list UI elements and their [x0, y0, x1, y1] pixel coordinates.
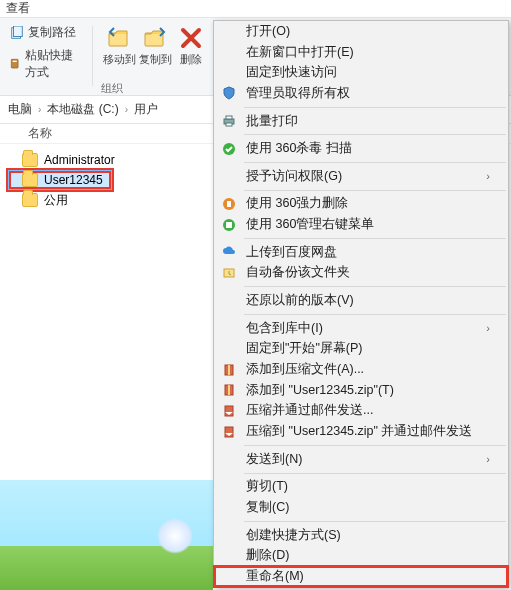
menu-separator	[244, 473, 506, 474]
breadcrumb-item[interactable]: 本地磁盘 (C:)	[47, 101, 118, 118]
menu-compress-email[interactable]: 压缩并通过邮件发送...	[214, 401, 508, 422]
menu-open[interactable]: 打开(O)	[214, 21, 508, 42]
move-to-label: 移动到	[103, 52, 136, 67]
menu-separator	[244, 314, 506, 315]
menu-rename[interactable]: 重命名(M)	[214, 566, 508, 587]
move-to-button[interactable]: 移动到	[101, 22, 137, 67]
menu-separator	[244, 190, 506, 191]
menu-compress-named-email[interactable]: 压缩到 "User12345.zip" 并通过邮件发送	[214, 421, 508, 442]
folder-icon	[22, 173, 38, 187]
menu-auto-backup[interactable]: 自动备份该文件夹	[214, 263, 508, 284]
submenu-arrow-icon: ›	[486, 322, 490, 334]
folder-icon	[22, 193, 38, 207]
folder-row-selected[interactable]: User12345	[8, 170, 112, 190]
folder-name: 公用	[44, 192, 68, 209]
menu-360-scan[interactable]: 使用 360杀毒 扫描	[214, 138, 508, 159]
menu-pin-start[interactable]: 固定到"开始"屏幕(P)	[214, 338, 508, 359]
submenu-arrow-icon: ›	[486, 170, 490, 182]
menu-cut[interactable]: 剪切(T)	[214, 477, 508, 498]
svg-rect-18	[228, 385, 230, 395]
svg-rect-2	[11, 59, 18, 68]
backup-icon	[221, 265, 237, 281]
folder-name: Administrator	[44, 153, 115, 167]
paste-shortcut-label: 粘贴快捷方式	[25, 47, 80, 81]
ribbon-separator	[92, 26, 93, 86]
folder-icon	[22, 153, 38, 167]
menu-delete-item[interactable]: 删除(D)	[214, 546, 508, 567]
menu-admin-ownership[interactable]: 管理员取得所有权	[214, 83, 508, 104]
paste-shortcut-button[interactable]: 粘贴快捷方式	[6, 45, 84, 83]
copy-path-button[interactable]: 复制路径	[6, 22, 84, 43]
archive-mail-icon	[221, 403, 237, 419]
menu-copy[interactable]: 复制(C)	[214, 497, 508, 518]
menu-upload-baidu[interactable]: 上传到百度网盘	[214, 242, 508, 263]
menu-separator	[244, 134, 506, 135]
ribbon-group-label: 组织	[101, 81, 123, 96]
360-delete-icon	[221, 196, 237, 212]
shield-icon	[221, 85, 237, 101]
copy-to-label: 复制到	[139, 52, 172, 67]
window-titlebar: 查看	[0, 0, 511, 18]
chevron-right-icon: ›	[38, 104, 41, 115]
svg-rect-8	[226, 123, 232, 126]
breadcrumb-item[interactable]: 电脑	[8, 101, 32, 118]
menu-open-new-window[interactable]: 在新窗口中打开(E)	[214, 42, 508, 63]
column-name[interactable]: 名称	[28, 125, 52, 142]
ribbon-group-organize: 移动到 复制到 删除 组织	[95, 22, 215, 96]
svg-rect-7	[226, 116, 232, 119]
ribbon-group-clipboard: 复制路径 粘贴快捷方式	[0, 22, 90, 96]
menu-pin-quick-access[interactable]: 固定到快速访问	[214, 62, 508, 83]
window-title: 查看	[6, 0, 30, 17]
menu-separator	[244, 445, 506, 446]
menu-batch-print[interactable]: 批量打印	[214, 111, 508, 132]
menu-create-shortcut[interactable]: 创建快捷方式(S)	[214, 525, 508, 546]
svg-rect-13	[226, 222, 232, 228]
svg-rect-16	[228, 365, 230, 375]
delete-label: 删除	[180, 52, 202, 67]
context-menu: 打开(O) 在新窗口中打开(E) 固定到快速访问 管理员取得所有权 批量打印 使…	[213, 20, 509, 588]
breadcrumb-item[interactable]: 用户	[134, 101, 158, 118]
delete-button[interactable]: 删除	[173, 22, 209, 67]
desktop-wallpaper-preview	[0, 480, 213, 590]
360-menu-icon	[221, 217, 237, 233]
svg-rect-3	[13, 61, 17, 62]
archive-icon	[221, 382, 237, 398]
menu-separator	[244, 162, 506, 163]
360-shield-icon	[221, 141, 237, 157]
menu-separator	[244, 238, 506, 239]
menu-include-library[interactable]: 包含到库中(I) ›	[214, 318, 508, 339]
menu-separator	[244, 521, 506, 522]
chevron-right-icon: ›	[125, 104, 128, 115]
menu-add-named-zip[interactable]: 添加到 "User12345.zip"(T)	[214, 380, 508, 401]
svg-rect-11	[227, 201, 231, 207]
menu-restore-previous[interactable]: 还原以前的版本(V)	[214, 290, 508, 311]
menu-send-to[interactable]: 发送到(N) ›	[214, 449, 508, 470]
copy-path-label: 复制路径	[28, 24, 76, 41]
folder-name: User12345	[44, 173, 103, 187]
menu-separator	[244, 286, 506, 287]
copy-to-button[interactable]: 复制到	[137, 22, 173, 67]
printer-icon	[221, 113, 237, 129]
submenu-arrow-icon: ›	[486, 453, 490, 465]
menu-add-archive[interactable]: 添加到压缩文件(A)...	[214, 359, 508, 380]
menu-separator	[244, 107, 506, 108]
cloud-upload-icon	[221, 244, 237, 260]
svg-rect-1	[14, 26, 23, 37]
menu-360-rightclick[interactable]: 使用 360管理右键菜单	[214, 214, 508, 235]
archive-icon	[221, 362, 237, 378]
menu-360-delete[interactable]: 使用 360强力删除	[214, 194, 508, 215]
menu-grant-access[interactable]: 授予访问权限(G) ›	[214, 166, 508, 187]
archive-mail-icon	[221, 424, 237, 440]
